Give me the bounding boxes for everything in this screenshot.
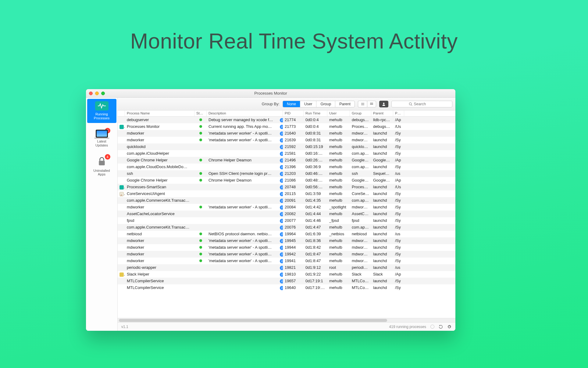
info-icon[interactable]: i	[280, 192, 283, 196]
table-row[interactable]: mdworker'metadata server worker' - A spo…	[118, 137, 455, 143]
cell-group: Process…	[350, 123, 371, 130]
app-window: Processes Monitor Running Processes 6 La…	[86, 89, 455, 331]
table-row[interactable]: quicklookdi215920d0:15:19mehulbquicklo…l…	[118, 143, 455, 150]
table-row[interactable]: mdworker'metadata server worker' - A spo…	[118, 237, 455, 244]
table-row[interactable]: mdworker'metadata server worker' - A spo…	[118, 130, 455, 137]
refresh-button[interactable]	[438, 324, 443, 329]
group-by-user[interactable]: User	[300, 101, 316, 107]
group-by-group[interactable]: Group	[316, 101, 335, 107]
table-row[interactable]: netbiosdNetBIOS protocol daemon. netbio……	[118, 231, 455, 237]
info-icon[interactable]: i	[280, 172, 283, 176]
info-icon[interactable]: i	[280, 252, 283, 257]
col-pid[interactable]: PID	[283, 110, 304, 116]
col-status[interactable]: Status	[194, 110, 207, 116]
table-row[interactable]: sshOpen SSH Client (remote login pr…i212…	[118, 170, 455, 177]
cell-group: Google…	[350, 157, 371, 164]
col-user[interactable]: User	[327, 110, 350, 116]
col-path[interactable]: Path	[393, 110, 404, 116]
table-row[interactable]: com.apple.CloudDocs.MobileDo…i213960d0:3…	[118, 164, 455, 170]
table-row[interactable]: com.apple.CommerceKit.Transac…i200760d1:…	[118, 224, 455, 231]
cell-user: mehulb	[327, 224, 350, 231]
table-body[interactable]: debugserverDebug server managed by xcode…	[118, 117, 455, 318]
col-parent[interactable]: Parent	[371, 110, 393, 116]
process-name: mdworker	[125, 258, 194, 264]
info-icon[interactable]: i	[280, 286, 283, 290]
search-input[interactable]	[414, 102, 435, 106]
table-row[interactable]: Processes-SmartScani207480d0:56:…mehulbP…	[118, 184, 455, 190]
sidebar-uninstalled-apps[interactable]: 4 Uninstalled Apps	[87, 153, 116, 179]
view-mode-compact[interactable]	[358, 101, 367, 107]
info-icon[interactable]: i	[280, 185, 283, 189]
col-description[interactable]: Description	[207, 110, 283, 116]
process-name: mdworker	[125, 137, 194, 143]
sidebar-latest-updates[interactable]: 6 Latest Updates	[87, 127, 116, 150]
info-icon[interactable]: i	[280, 165, 283, 169]
cell-path: /Ap	[393, 157, 404, 164]
info-icon[interactable]: i	[280, 279, 283, 283]
info-icon[interactable]: i	[280, 259, 283, 263]
info-icon[interactable]: i	[280, 246, 283, 250]
group-by-parent[interactable]: Parent	[335, 101, 355, 107]
col-runtime[interactable]: Run Time	[304, 110, 327, 116]
info-icon[interactable]: i	[280, 132, 283, 136]
info-icon[interactable]: i	[280, 158, 283, 163]
info-icon[interactable]: i	[280, 179, 283, 183]
info-icon[interactable]: i	[280, 118, 283, 122]
info-icon[interactable]: i	[280, 219, 283, 223]
info-icon[interactable]: i	[280, 145, 283, 149]
user-filter-button[interactable]	[379, 101, 388, 107]
info-icon[interactable]: i	[280, 225, 283, 230]
cell-user: mehulb	[327, 157, 350, 164]
cell-parent: Slack	[371, 271, 393, 278]
table-row[interactable]: mdworker'metadata server worker' - A spo…	[118, 258, 455, 264]
table-header: Process Name Status Description PID Run …	[118, 110, 455, 117]
table-row[interactable]: fpsdi200770d1:4:46_fpsdfpsdlaunchd/Sy	[118, 217, 455, 224]
cell-user: mehulb	[327, 190, 350, 197]
cell-user: mehulb	[327, 184, 350, 190]
table-row[interactable]: AssetCacheLocatorServicei200820d1:4:44me…	[118, 211, 455, 217]
table-row[interactable]: mdworker'metadata server worker' - A spo…	[118, 251, 455, 258]
activity-icon	[95, 101, 109, 110]
info-icon[interactable]: i	[280, 152, 283, 156]
cell-path: /Sy	[393, 284, 404, 291]
status-dot-icon	[199, 179, 202, 182]
search-field[interactable]	[391, 101, 452, 107]
info-icon[interactable]: i	[280, 138, 283, 143]
process-table: Process Name Status Description PID Run …	[118, 110, 455, 322]
sidebar-running-processes[interactable]: Running Processes	[87, 99, 116, 123]
table-row[interactable]: Processes MonitorCurrent running app. Th…	[118, 123, 455, 130]
col-process-name[interactable]: Process Name	[125, 110, 194, 116]
table-row[interactable]: com.apple.CommerceKit.Transac…i200910d1:…	[118, 197, 455, 204]
cell-parent: launchd	[371, 184, 393, 190]
info-icon[interactable]: i	[280, 232, 283, 236]
table-row[interactable]: periodic-wrapperi198210d1:9:12rootperiod…	[118, 264, 455, 271]
info-icon[interactable]: i	[280, 125, 283, 129]
table-row[interactable]: mdworker'metadata server worker' - A spo…	[118, 244, 455, 251]
col-group[interactable]: Group	[350, 110, 371, 116]
cell-path: /Sy	[393, 150, 404, 157]
view-mode-cozy[interactable]	[367, 101, 376, 107]
info-icon[interactable]: i	[280, 199, 283, 203]
table-row[interactable]: com.apple.iCloudHelperi215810d0:16:…mehu…	[118, 150, 455, 157]
table-row[interactable]: mdworker'metadata server worker' - A spo…	[118, 204, 455, 211]
cell-path: /Sy	[393, 211, 404, 217]
info-icon[interactable]: i	[280, 272, 283, 277]
table-row[interactable]: Slack Helperi198100d1:9:22mehulbSlackSla…	[118, 271, 455, 278]
table-row[interactable]: debugserverDebug server managed by xcode…	[118, 117, 455, 123]
group-by-none[interactable]: None	[283, 101, 300, 107]
info-icon[interactable]: i	[280, 212, 283, 216]
table-row[interactable]: MTLCompilerServicei196400d17:19:…mehulbM…	[118, 284, 455, 291]
description-text: Chrome Helper Deamon	[208, 157, 276, 164]
description-text: Open SSH Client (remote login pr…	[208, 170, 276, 177]
info-icon[interactable]: i	[280, 205, 283, 210]
cell-group: debugs…	[350, 117, 371, 123]
table-row[interactable]: Google Chrome HelperChrome Helper Deamon…	[118, 177, 455, 184]
table-row[interactable]: MTLCompilerServicei196570d17:19:1mehulbM…	[118, 278, 455, 284]
table-row[interactable]: Google Chrome HelperChrome Helper Deamon…	[118, 157, 455, 164]
table-row[interactable]: CoreServicesUIAgenti201150d1:3:59mehulbC…	[118, 190, 455, 197]
cell-run: 0d17:19:1	[304, 278, 327, 284]
info-icon[interactable]: i	[280, 239, 283, 243]
horizontal-scrollbar[interactable]	[118, 318, 455, 322]
info-icon[interactable]: i	[280, 266, 283, 270]
settings-button[interactable]	[447, 324, 452, 329]
